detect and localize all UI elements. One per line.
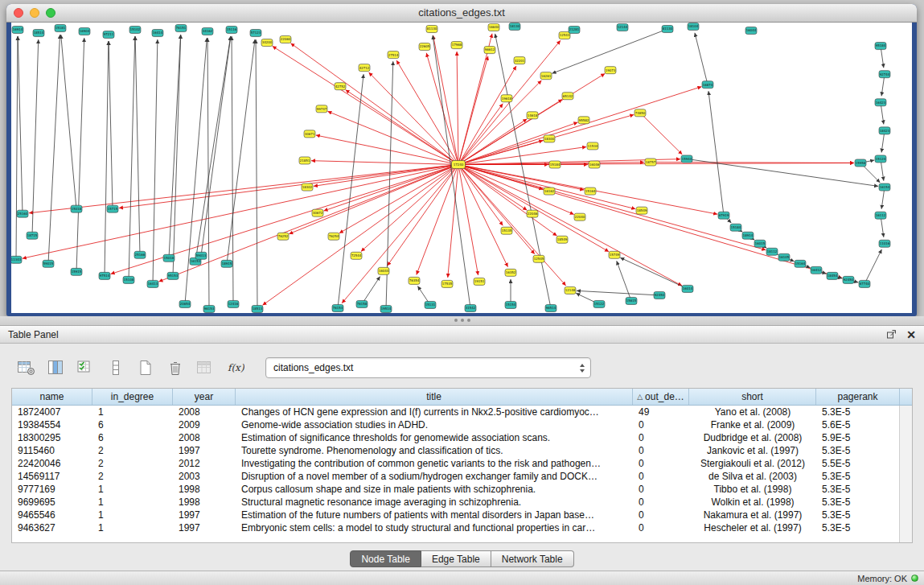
import-table-button[interactable]: [193, 357, 217, 378]
graph-node[interactable]: 76254: [328, 233, 339, 240]
graph-node[interactable]: 92744: [879, 71, 890, 78]
graph-node[interactable]: 18454: [827, 272, 838, 279]
graph-node[interactable]: 12148: [565, 286, 576, 294]
graph-node[interactable]: 15108: [123, 276, 134, 283]
network-canvas[interactable]: 1724016046151642204018549125451635219151…: [11, 23, 912, 313]
graph-node[interactable]: 76158: [356, 300, 368, 307]
graph-node[interactable]: 42752: [335, 83, 346, 90]
graph-node[interactable]: 76252: [277, 233, 289, 240]
graph-node[interactable]: 34162: [202, 28, 213, 35]
graph-node[interactable]: 16261: [540, 72, 552, 80]
column-header-in_degree[interactable]: in_degree: [92, 389, 173, 405]
graph-node[interactable]: 25166: [134, 251, 146, 258]
graph-node[interactable]: 15184: [730, 224, 741, 231]
graph-node[interactable]: 15122: [593, 300, 605, 307]
graph-node[interactable]: 17535: [441, 280, 453, 287]
graph-node[interactable]: 16904: [79, 28, 90, 35]
window-close-button[interactable]: [14, 8, 23, 18]
graph-node[interactable]: 96514: [545, 304, 556, 311]
graph-node[interactable]: 15164: [795, 260, 806, 267]
table-row[interactable]: 911546021997Tourette syndrome. Phenomeno…: [12, 444, 900, 457]
graph-node[interactable]: 30672: [312, 209, 323, 216]
tab-network-table[interactable]: Network Table: [491, 550, 574, 567]
window-zoom-button[interactable]: [46, 8, 55, 18]
graph-node[interactable]: 16412: [811, 266, 822, 274]
graph-node[interactable]: 16914: [12, 27, 23, 34]
table-row[interactable]: 969969511998Structural magnetic resonanc…: [12, 496, 900, 509]
rows-button[interactable]: [104, 357, 128, 378]
graph-node[interactable]: 18302: [302, 183, 313, 191]
panel-divider[interactable]: [0, 316, 924, 325]
graph-node[interactable]: 57123: [250, 30, 261, 37]
graph-node[interactable]: 15615: [626, 297, 637, 304]
graph-node[interactable]: 14618: [527, 112, 538, 119]
graph-node[interactable]: 20654: [179, 300, 191, 307]
graph-node[interactable]: 18112: [766, 248, 778, 255]
graph-node[interactable]: 16014: [682, 285, 693, 292]
graph-node[interactable]: 34200: [261, 39, 273, 47]
graph-node[interactable]: 18300: [544, 135, 555, 142]
graph-node[interactable]: 15715: [107, 205, 118, 212]
float-panel-icon[interactable]: [886, 329, 897, 340]
tab-node-table[interactable]: Node Table: [350, 550, 421, 567]
column-header-short[interactable]: short: [689, 389, 816, 405]
column-header-title[interactable]: title: [236, 389, 633, 405]
graph-node[interactable]: 76153: [332, 304, 343, 311]
graph-node[interactable]: 18757: [645, 159, 656, 166]
graph-node[interactable]: 15102: [129, 27, 141, 34]
graph-node[interactable]: 95582: [578, 117, 589, 124]
graph-node[interactable]: 92450: [843, 276, 854, 283]
edit-columns-button[interactable]: [74, 357, 98, 378]
window-titlebar[interactable]: citations_edges.txt: [6, 4, 917, 23]
graph-node[interactable]: 27514: [388, 51, 399, 59]
graph-node[interactable]: 22040: [574, 213, 585, 220]
table-row[interactable]: 946554611997Estimation of the future num…: [12, 509, 900, 521]
graph-node[interactable]: 16046: [589, 161, 600, 168]
graph-node[interactable]: 22060: [280, 36, 291, 43]
close-panel-icon[interactable]: ✕: [906, 329, 916, 340]
graph-node[interactable]: 67740: [859, 280, 870, 287]
graph-node[interactable]: 22605: [419, 43, 430, 51]
graph-node[interactable]: 15958: [855, 159, 866, 167]
graph-node[interactable]: 18104: [688, 23, 699, 31]
graph-node[interactable]: 16423: [875, 99, 886, 106]
graph-node[interactable]: 15124: [875, 155, 886, 163]
graph-node[interactable]: 18423: [879, 127, 890, 134]
delete-table-button[interactable]: [163, 357, 187, 378]
table-row[interactable]: 1830029562008Estimation of significance …: [12, 431, 900, 444]
graph-node[interactable]: 17968: [451, 42, 462, 49]
graph-node[interactable]: 65142: [562, 93, 573, 100]
table-row[interactable]: 1456911722003Disruption of a novel membe…: [12, 470, 900, 483]
graph-node[interactable]: 16105: [778, 253, 790, 261]
graph-node[interactable]: 15116: [226, 27, 237, 34]
new-table-button[interactable]: [133, 357, 158, 378]
graph-node[interactable]: 95184: [875, 43, 886, 50]
column-header-out_degree[interactable]: △out_de…: [633, 389, 689, 405]
graph-node[interactable]: 59013: [195, 252, 207, 259]
graph-node[interactable]: 81130: [426, 26, 437, 33]
graph-node[interactable]: 18130: [509, 23, 520, 31]
graph-node[interactable]: 15164: [585, 187, 596, 195]
graph-node[interactable]: 15018: [71, 205, 82, 212]
graph-node[interactable]: 25160: [17, 210, 28, 217]
graph-node[interactable]: 16352: [505, 269, 516, 276]
graph-node[interactable]: 12545: [533, 255, 544, 262]
graph-node[interactable]: 19151: [474, 278, 485, 285]
graph-node[interactable]: 16640: [488, 24, 499, 31]
graph-node[interactable]: 16044: [378, 267, 389, 274]
column-header-name[interactable]: name: [12, 389, 92, 405]
graph-node[interactable]: 12543: [559, 32, 570, 39]
graph-node[interactable]: 15181: [55, 25, 66, 32]
graph-node[interactable]: 19514: [380, 305, 392, 312]
graph-node[interactable]: 16162: [544, 187, 555, 195]
graph-node[interactable]: 21851: [299, 157, 310, 164]
table-row[interactable]: 1872400712008Changes of HCN gene express…: [12, 406, 900, 418]
graph-node[interactable]: 16044: [745, 27, 757, 35]
graph-node[interactable]: 18715: [27, 232, 38, 239]
graph-node[interactable]: 81130: [662, 26, 673, 33]
window-minimize-button[interactable]: [30, 8, 39, 18]
graph-node[interactable]: 97211: [103, 31, 114, 39]
graph-node[interactable]: 31542: [465, 304, 476, 311]
graph-node[interactable]: 96153: [203, 305, 215, 312]
graph-node[interactable]: 11534: [587, 142, 598, 150]
